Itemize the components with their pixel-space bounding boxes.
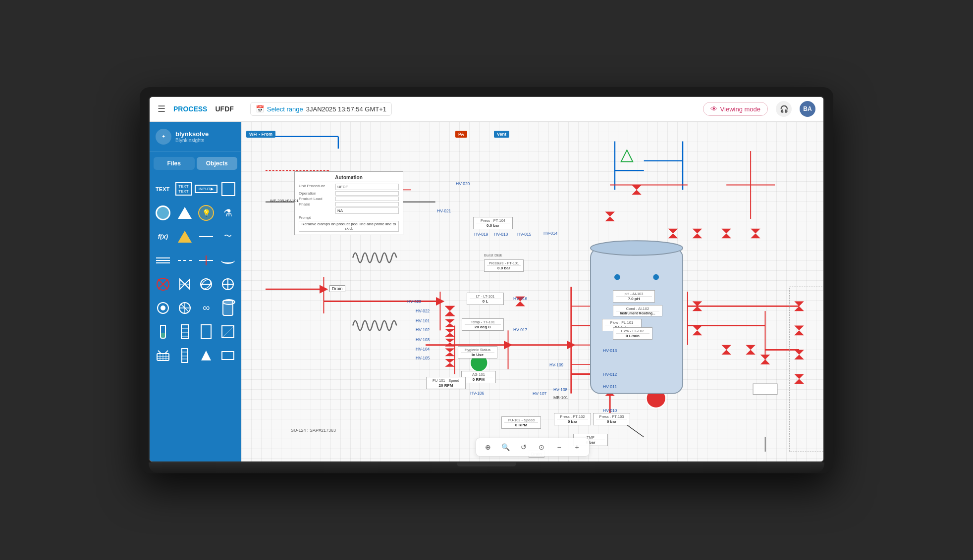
automation-box: Automation Unit Procedure UFDF Operation… (294, 171, 403, 235)
symbol-cylinder-shape[interactable] (218, 298, 237, 318)
symbol-valve-butterfly[interactable] (197, 274, 216, 295)
user-avatar[interactable]: BA (800, 101, 815, 117)
sensor-cond-ai102: Cond - AI-102 Instrument Reading... (613, 305, 662, 316)
label-hv102: HV-102 (416, 327, 430, 332)
svg-marker-119 (605, 211, 615, 216)
svg-rect-18 (181, 325, 188, 339)
label-hv010: HV-010 (603, 408, 617, 413)
symbol-function[interactable]: f(x) (154, 226, 172, 247)
automation-row-3: Product Load (299, 197, 399, 201)
label-hv101: HV-101 (416, 318, 430, 323)
label-hv107: HV-107 (533, 391, 546, 396)
label-hv012: HV-012 (603, 372, 617, 377)
symbol-text-box[interactable]: TEXTTEXT (174, 179, 192, 200)
symbol-triple-line[interactable] (154, 250, 172, 271)
date-range-button[interactable]: 📅 Select range 3JAN2025 13:57:54 GMT+1 (250, 102, 392, 116)
svg-marker-113 (693, 228, 703, 233)
svg-marker-118 (751, 233, 760, 238)
svg-rect-123 (753, 384, 777, 395)
svg-marker-81 (445, 352, 455, 356)
svg-marker-108 (621, 150, 633, 162)
svg-marker-77 (445, 333, 455, 337)
label-hv011: HV-011 (603, 384, 617, 389)
label-hv021: HV-021 (437, 208, 451, 213)
sensor-hygienic: Hygienic Status In Use (458, 346, 497, 358)
sensor-pt102: Press - PT-102 0 bar (554, 413, 591, 425)
symbol-basket[interactable] (154, 345, 172, 366)
toolbar-target-icon[interactable]: ⊙ (536, 441, 547, 453)
symbol-valve-bowtie[interactable] (175, 274, 194, 295)
symbol-text-label[interactable]: TEXT (154, 179, 171, 200)
toolbar-add-icon[interactable]: ⊕ (482, 441, 494, 453)
select-range-text: Select range (267, 105, 303, 113)
label-hv017: HV-017 (513, 327, 527, 332)
toolbar-refresh-icon[interactable]: ↺ (518, 441, 530, 453)
svg-marker-98 (760, 355, 770, 359)
label-hv023: HV-023 (407, 299, 421, 304)
process-label: PROCESS (173, 105, 207, 113)
label-hv022: HV-022 (416, 308, 430, 313)
svg-marker-106 (794, 374, 804, 379)
tag-pa: PA (455, 131, 467, 138)
toolbar-search-icon[interactable]: 🔍 (500, 441, 512, 453)
automation-title: Automation (299, 175, 399, 182)
label-hv019: HV-019 (474, 232, 488, 237)
svg-marker-105 (794, 355, 804, 359)
symbol-dashed-line[interactable] (175, 250, 194, 271)
symbol-tri-junction[interactable] (175, 298, 194, 318)
toolbar-zoom-in-icon[interactable]: + (571, 441, 583, 453)
symbol-cross-line[interactable] (197, 250, 216, 271)
symbol-arrow-up[interactable] (197, 345, 216, 366)
symbol-flask[interactable]: ⚗ (218, 203, 237, 223)
symbol-triangle[interactable] (175, 203, 194, 223)
symbol-infinity[interactable]: ∞ (197, 298, 216, 318)
svg-marker-109 (632, 185, 642, 190)
symbol-lightbulb[interactable]: 💡 (197, 203, 216, 223)
headset-button[interactable]: 🎧 (776, 101, 792, 117)
symbol-line[interactable] (197, 226, 216, 247)
svg-point-130 (653, 274, 659, 280)
sidebar-logo: ✦ blynksolve Blynkinsights (150, 122, 241, 152)
eye-icon: 👁 (710, 105, 717, 113)
diagram-area[interactable]: WFI - From PA Vent Automation Unit Proce… (241, 122, 823, 461)
symbol-circle[interactable] (154, 203, 172, 223)
symbol-circle-inner[interactable] (154, 298, 172, 318)
logo-brand: blynksolve (175, 130, 209, 138)
tag-wfi-from: WFI - From (246, 131, 275, 138)
symbol-arc[interactable] (218, 250, 237, 271)
svg-marker-96 (746, 345, 756, 350)
tab-objects[interactable]: Objects (197, 157, 238, 170)
svg-rect-34 (222, 352, 234, 359)
symbol-vial[interactable] (154, 321, 172, 342)
symbol-rect-wide[interactable] (218, 345, 237, 366)
symbol-row-7 (154, 321, 237, 342)
menu-icon[interactable]: ☰ (158, 103, 165, 114)
label-hv015: HV-015 (517, 232, 531, 237)
symbol-filter[interactable] (175, 321, 194, 342)
symbol-warning[interactable] (175, 226, 194, 247)
calendar-icon: 📅 (256, 105, 264, 113)
symbol-row-8 (154, 345, 237, 366)
label-wf205-hv101: WF-205-HV-101 (270, 199, 299, 203)
symbol-valve-cross[interactable] (218, 274, 237, 295)
sensor-fl102: Flow - FL-102 0 L/min (613, 327, 652, 340)
svg-marker-76 (445, 329, 455, 333)
symbol-rect-empty[interactable] (197, 321, 216, 342)
svg-marker-102 (794, 325, 804, 330)
symbol-valve-xo[interactable] (154, 274, 172, 295)
viewing-mode-button[interactable]: 👁 Viewing mode (703, 102, 768, 116)
symbol-column[interactable] (175, 345, 194, 366)
svg-marker-112 (668, 233, 678, 238)
tab-files[interactable]: Files (154, 157, 195, 170)
svg-marker-83 (445, 362, 455, 366)
symbol-rect[interactable] (219, 179, 237, 200)
symbol-wave[interactable]: 〜 (218, 226, 237, 247)
toolbar-zoom-out-icon[interactable]: − (553, 441, 565, 453)
automation-row-5: NA (299, 207, 399, 214)
automation-prompt: Remove clamps on product pool line and p… (299, 221, 399, 232)
label-hv106: HV-106 (470, 391, 484, 396)
label-hv108: HV-108 (553, 387, 567, 392)
symbol-input-box[interactable]: INPUT▶ (196, 179, 216, 200)
symbol-diag-rect[interactable] (218, 321, 237, 342)
sensor-pt104: Press - PT-104 0.0 bar (473, 217, 513, 229)
